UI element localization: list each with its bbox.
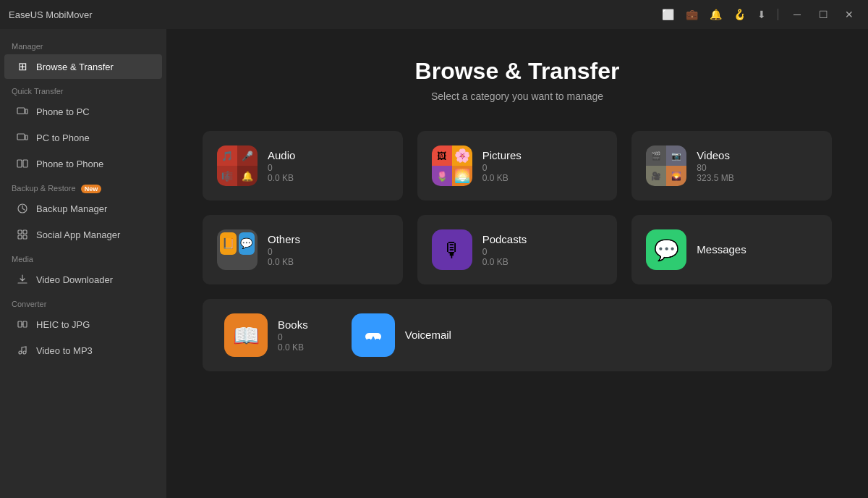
videos-name: Videos [697, 149, 817, 161]
audio-name: Audio [268, 149, 388, 161]
pictures-name: Pictures [482, 149, 603, 161]
videos-info: Videos 80 323.5 MB [697, 149, 817, 183]
manager-section-label: Manager [0, 35, 166, 54]
others-icon: 📙 💬 [217, 229, 258, 270]
device-icon[interactable]: ⬜ [659, 7, 677, 22]
download-icon[interactable]: ⬇ [754, 7, 769, 22]
sidebar-item-heic-to-jpg[interactable]: HEIC to JPG [4, 312, 162, 337]
category-audio[interactable]: 🎵 🎤 🎼 🔔 Audio 0 0.0 KB [203, 131, 403, 201]
pictures-count: 0 [482, 163, 603, 173]
sidebar-item-video-to-mp3[interactable]: Video to MP3 [4, 338, 162, 363]
video-to-mp3-icon [16, 344, 29, 357]
podcasts-size: 0.0 KB [482, 257, 603, 267]
audio-icon: 🎵 🎤 🎼 🔔 [217, 145, 258, 186]
sidebar-item-label: Browse & Transfer [36, 62, 114, 72]
sidebar-item-label: PC to Phone [36, 132, 90, 143]
sidebar-item-phone-to-pc[interactable]: Phone to PC [4, 99, 162, 124]
divider [778, 9, 778, 20]
quick-transfer-section-label: Quick Transfer [0, 80, 166, 98]
sidebar-item-social-app-manager[interactable]: Social App Manager [4, 222, 162, 247]
pictures-info: Pictures 0 0.0 KB [482, 149, 603, 183]
category-pictures[interactable]: 🖼 🌸 🌷 🌅 Pictures 0 0.0 KB [417, 131, 618, 201]
sidebar-item-label: HEIC to JPG [36, 319, 90, 330]
svg-rect-11 [18, 321, 22, 327]
videos-size: 323.5 MB [697, 173, 817, 183]
videos-count: 80 [697, 163, 817, 173]
audio-size: 0.0 KB [268, 173, 388, 183]
page-title: Browse & Transfer [203, 58, 832, 85]
others-name: Others [268, 233, 388, 245]
close-button[interactable]: ✕ [839, 4, 859, 25]
audio-info: Audio 0 0.0 KB [268, 149, 388, 183]
svg-rect-8 [23, 230, 27, 234]
voicemail-icon [352, 313, 395, 357]
sidebar-item-backup-manager[interactable]: Backup Manager [4, 196, 162, 221]
category-books[interactable]: 📖 Books 0 0.0 KB [224, 313, 308, 357]
books-count: 0 [278, 332, 308, 342]
main-content: Browse & Transfer Select a category you … [166, 29, 868, 498]
hanger-icon[interactable]: 🪝 [731, 7, 749, 22]
svg-rect-2 [17, 134, 25, 140]
podcasts-name: Podcasts [482, 233, 603, 245]
category-row-bottom: 📖 Books 0 0.0 KB [203, 299, 832, 371]
phone-to-pc-icon [16, 105, 29, 118]
books-name: Books [278, 318, 308, 331]
svg-rect-12 [23, 321, 27, 327]
app-title: EaseUS MobiMover [9, 9, 93, 20]
svg-rect-7 [18, 230, 22, 234]
browse-transfer-icon: ⊞ [16, 60, 29, 73]
converter-section-label: Converter [0, 292, 166, 311]
category-grid: 🎵 🎤 🎼 🔔 Audio 0 0.0 KB 🖼 🌸 🌷 🌅 [203, 131, 832, 284]
titlebar: EaseUS MobiMover ⬜ 💼 🔔 🪝 ⬇ ─ ☐ ✕ [0, 0, 868, 29]
svg-rect-5 [23, 160, 27, 167]
maximize-button[interactable]: ☐ [813, 4, 833, 25]
voicemail-name: Voicemail [405, 329, 451, 341]
bell-icon[interactable]: 🔔 [707, 7, 725, 22]
app-body: Manager ⊞ Browse & Transfer Quick Transf… [0, 29, 868, 498]
minimize-button[interactable]: ─ [787, 4, 807, 25]
videos-icon: 🎬 📷 🎥 🌄 [646, 145, 686, 186]
category-podcasts[interactable]: 🎙 Podcasts 0 0.0 KB [417, 215, 618, 284]
sidebar: Manager ⊞ Browse & Transfer Quick Transf… [0, 29, 166, 498]
category-messages[interactable]: 💬 Messages [631, 215, 832, 284]
svg-rect-1 [25, 109, 27, 114]
sidebar-item-label: Phone to Phone [36, 159, 103, 169]
pc-to-phone-icon [16, 131, 29, 144]
video-downloader-icon [16, 273, 29, 286]
category-others[interactable]: 📙 💬 Others 0 0.0 KB [203, 215, 403, 284]
books-info: Books 0 0.0 KB [278, 318, 308, 353]
svg-rect-18 [367, 339, 370, 340]
sidebar-item-pc-to-phone[interactable]: PC to Phone [4, 125, 162, 150]
books-size: 0.0 KB [278, 342, 308, 353]
window-controls: ⬜ 💼 🔔 🪝 ⬇ ─ ☐ ✕ [659, 4, 859, 25]
svg-rect-4 [17, 160, 22, 167]
media-section-label: Media [0, 248, 166, 266]
svg-rect-19 [376, 339, 379, 340]
social-app-manager-icon [16, 228, 29, 241]
podcasts-icon: 🎙 [432, 229, 472, 270]
category-videos[interactable]: 🎬 📷 🎥 🌄 Videos 80 323.5 MB [631, 131, 832, 201]
svg-rect-3 [25, 135, 27, 140]
podcasts-count: 0 [482, 247, 603, 257]
messages-icon: 💬 [646, 229, 686, 270]
sidebar-item-video-downloader[interactable]: Video Downloader [4, 267, 162, 292]
pictures-icon: 🖼 🌸 🌷 🌅 [432, 145, 472, 186]
messages-name: Messages [697, 243, 817, 256]
svg-rect-10 [23, 235, 27, 239]
voicemail-info: Voicemail [405, 329, 451, 342]
pictures-size: 0.0 KB [482, 173, 603, 183]
sidebar-item-label: Social App Manager [36, 229, 120, 240]
sidebar-item-phone-to-phone[interactable]: Phone to Phone [4, 151, 162, 176]
category-voicemail[interactable]: Voicemail [352, 313, 451, 357]
svg-rect-9 [18, 235, 22, 239]
others-size: 0.0 KB [268, 257, 388, 267]
sidebar-item-browse-transfer[interactable]: ⊞ Browse & Transfer [4, 54, 162, 79]
svg-rect-0 [17, 108, 25, 114]
new-badge: New [81, 185, 102, 193]
heic-to-jpg-icon [16, 318, 29, 331]
sidebar-item-label: Backup Manager [36, 203, 107, 214]
sidebar-item-label: Video Downloader [36, 274, 113, 285]
others-count: 0 [268, 247, 388, 257]
bag-icon[interactable]: 💼 [683, 7, 701, 22]
svg-point-13 [19, 351, 22, 354]
